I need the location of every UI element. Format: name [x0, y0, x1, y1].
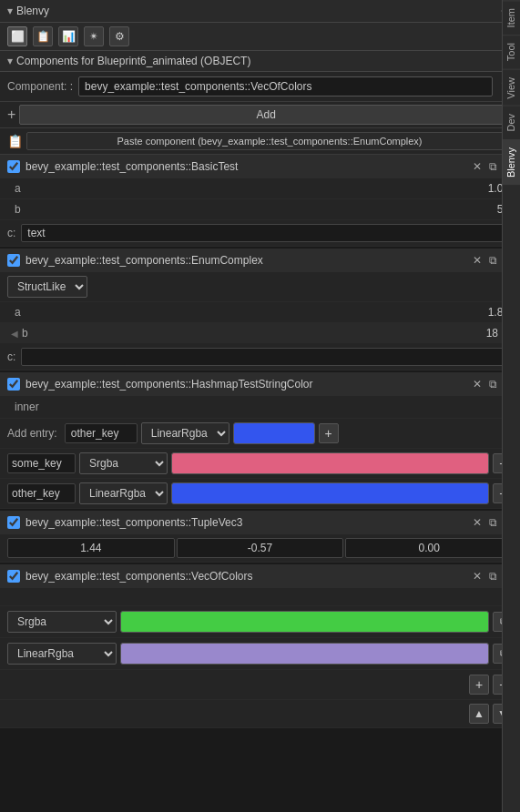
toolbar-icon-5[interactable]: ⚙: [109, 26, 129, 46]
component-input[interactable]: [78, 76, 493, 96]
add-button[interactable]: Add: [19, 105, 513, 125]
basic-test-close-button[interactable]: ✕: [470, 159, 484, 174]
vec-color-type-1[interactable]: Srgba LinearRgba: [7, 611, 117, 633]
hashmap-header: bevy_example::test_components::HashmapTe…: [0, 372, 520, 396]
vec-of-colors-close-button[interactable]: ✕: [470, 569, 484, 584]
basic-test-header: bevy_example::test_components::BasicTest…: [0, 155, 520, 178]
field-b-value[interactable]: 52: [33, 203, 513, 216]
enum-complex-field-a: a 1.89: [0, 302, 520, 323]
enum-variant-select[interactable]: StructLike: [7, 276, 87, 298]
hashmap-entry-other-key: LinearRgba Srgba −: [0, 479, 520, 509]
collapse-icon[interactable]: ▾: [7, 5, 13, 17]
hashmap-key-input-1[interactable]: [7, 453, 76, 473]
field-b-label: b: [15, 203, 33, 216]
vec-color-type-2[interactable]: LinearRgba Srgba: [7, 643, 117, 665]
tuple-vec3-header: bevy_example::test_components::TupleVec3…: [0, 511, 520, 534]
hashmap-copy-button[interactable]: ⧉: [486, 377, 500, 391]
vec-of-colors-header: bevy_example::test_components::VecOfColo…: [0, 564, 520, 588]
enum-complex-component: bevy_example::test_components::EnumCompl…: [0, 249, 520, 372]
field-c-input[interactable]: [21, 224, 513, 242]
vec-add-button[interactable]: +: [469, 675, 489, 695]
tuple-vec3-fields: [0, 534, 520, 563]
hashmap-inner-label: inner: [0, 396, 520, 419]
basic-test-component: bevy_example::test_components::BasicTest…: [0, 155, 520, 249]
hashmap-type-select-1[interactable]: Srgba LinearRgba: [79, 452, 168, 474]
vec-spacer: [0, 588, 520, 606]
add-row: + Add: [0, 102, 520, 128]
enum-complex-name: bevy_example::test_components::EnumCompl…: [25, 254, 464, 267]
enum-complex-checkbox[interactable]: [7, 254, 20, 267]
enum-field-a-label: a: [15, 306, 33, 319]
tab-dev[interactable]: Dev: [503, 106, 520, 139]
basic-test-copy-button[interactable]: ⧉: [486, 159, 500, 174]
title-bar: ▾ Blenvy ⋯: [0, 0, 520, 23]
vec-of-colors-component: bevy_example::test_components::VecOfColo…: [0, 564, 520, 730]
vec-color-swatch-1[interactable]: [120, 611, 489, 633]
enum-field-c-label: c:: [7, 350, 15, 363]
tab-blenvy[interactable]: Blenvy: [503, 139, 520, 185]
hashmap-component: bevy_example::test_components::HashmapTe…: [0, 372, 520, 511]
tuple-vec3-checkbox[interactable]: [7, 516, 20, 529]
field-c-label: c:: [7, 227, 15, 239]
tuple-vec3-z[interactable]: [345, 538, 513, 558]
tuple-vec3-x[interactable]: [7, 538, 175, 558]
enum-complex-copy-button[interactable]: ⧉: [486, 253, 500, 268]
component-label: Component: :: [7, 80, 73, 93]
basic-test-checkbox[interactable]: [7, 160, 20, 173]
tuple-vec3-component: bevy_example::test_components::TupleVec3…: [0, 511, 520, 564]
enum-complex-field-c: c:: [0, 344, 520, 370]
vec-of-colors-checkbox[interactable]: [7, 570, 20, 583]
field-a-value[interactable]: 1.02: [33, 182, 513, 195]
vec-nav-controls: ▲ ▼: [0, 700, 520, 728]
vec-controls: + −: [0, 670, 520, 700]
tuple-vec3-name: bevy_example::test_components::TupleVec3: [25, 516, 464, 529]
component-selector: Component: : ✕: [0, 72, 520, 102]
components-collapse-icon[interactable]: ▾: [7, 55, 13, 67]
toolbar: ⬜ 📋 📊 ✴ ⚙: [0, 23, 520, 51]
tab-tool[interactable]: Tool: [503, 35, 520, 68]
vec-of-colors-name: bevy_example::test_components::VecOfColo…: [25, 570, 464, 583]
hashmap-color-swatch-1[interactable]: [171, 452, 489, 474]
paste-button[interactable]: Paste component (bevy_example::test_comp…: [26, 132, 513, 150]
enum-field-c-input[interactable]: [21, 348, 513, 366]
add-entry-label: Add entry:: [7, 427, 57, 440]
add-entry-type-select[interactable]: LinearRgba Srgba: [141, 422, 229, 444]
tuple-vec3-y[interactable]: [177, 538, 344, 558]
enum-field-b-value[interactable]: 18: [40, 327, 502, 340]
tab-item[interactable]: Item: [503, 0, 520, 35]
toolbar-icon-2[interactable]: 📋: [33, 26, 53, 46]
tuple-vec3-copy-button[interactable]: ⧉: [486, 515, 500, 530]
add-entry-key-input[interactable]: [65, 423, 138, 443]
add-entry-color-swatch[interactable]: [233, 422, 315, 444]
tuple-vec3-close-button[interactable]: ✕: [470, 515, 484, 530]
vec-color-swatch-2[interactable]: [120, 643, 489, 665]
vec-of-colors-copy-button[interactable]: ⧉: [486, 569, 500, 584]
add-plus-icon[interactable]: +: [7, 107, 15, 123]
components-header-text: Components for Blueprint6_animated (OBJE…: [16, 55, 250, 67]
basic-test-field-a: a 1.02: [0, 178, 520, 199]
hashmap-entry-some-key: Srgba LinearRgba −: [0, 449, 520, 479]
vec-nav-up[interactable]: ▲: [469, 704, 489, 724]
hashmap-checkbox[interactable]: [7, 378, 20, 391]
field-a-label: a: [15, 182, 33, 195]
hashmap-type-select-2[interactable]: LinearRgba Srgba: [79, 482, 168, 504]
hashmap-close-button[interactable]: ✕: [470, 377, 484, 391]
enum-complex-close-button[interactable]: ✕: [470, 253, 484, 268]
paste-icon: 📋: [7, 134, 23, 148]
hashmap-key-input-2[interactable]: [7, 483, 76, 503]
vec-color-row-2: LinearRgba Srgba ⧉: [0, 638, 520, 670]
right-tabs: Item Tool View Dev Blenvy: [502, 0, 520, 812]
enum-field-a-value[interactable]: 1.89: [33, 306, 513, 319]
add-entry-row: Add entry: LinearRgba Srgba +: [0, 419, 520, 449]
hashmap-name: bevy_example::test_components::HashmapTe…: [25, 378, 464, 391]
paste-row: 📋 Paste component (bevy_example::test_co…: [0, 128, 520, 155]
hashmap-color-swatch-2[interactable]: [171, 482, 489, 504]
field-b-chevron-left[interactable]: ◀: [11, 329, 18, 339]
toolbar-icon-3[interactable]: 📊: [58, 26, 78, 46]
add-entry-plus-button[interactable]: +: [319, 423, 339, 443]
inner-text: inner: [15, 401, 39, 413]
toolbar-icon-4[interactable]: ✴: [84, 26, 104, 46]
components-header: ▾ Components for Blueprint6_animated (OB…: [0, 51, 520, 72]
toolbar-icon-1[interactable]: ⬜: [7, 26, 27, 46]
tab-view[interactable]: View: [503, 69, 520, 107]
